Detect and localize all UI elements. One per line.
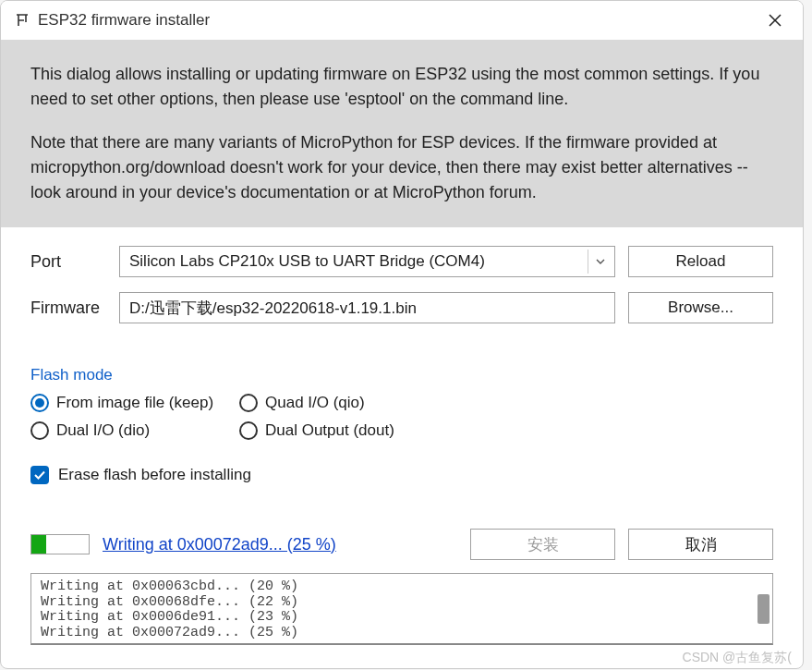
- form-area: Port Silicon Labs CP210x USB to UART Bri…: [1, 227, 803, 347]
- check-icon: [34, 470, 45, 480]
- browse-button[interactable]: Browse...: [628, 292, 773, 323]
- flash-mode-options: From image file (keep) Quad I/O (qio) Du…: [30, 394, 773, 440]
- port-label: Port: [30, 252, 106, 272]
- status-link[interactable]: Writing at 0x00072ad9... (25 %): [103, 535, 336, 554]
- flash-mode-legend: Flash mode: [30, 366, 773, 384]
- reload-button[interactable]: Reload: [628, 246, 773, 277]
- installer-window: ESP32 firmware installer This dialog all…: [0, 0, 804, 669]
- close-icon: [769, 14, 782, 27]
- log-line: Writing at 0x00072ad9... (25 %): [41, 625, 298, 640]
- radio-keep[interactable]: From image file (keep): [30, 394, 239, 412]
- radio-icon: [30, 421, 49, 440]
- cancel-button[interactable]: 取消: [628, 529, 773, 560]
- log-output[interactable]: Writing at 0x00063cbd... (20 %) Writing …: [30, 573, 773, 645]
- titlebar: ESP32 firmware installer: [1, 1, 803, 40]
- firmware-row: Firmware D:/迅雷下载/esp32-20220618-v1.19.1.…: [30, 292, 773, 323]
- log-line: Writing at 0x00068dfe... (22 %): [41, 594, 298, 610]
- firmware-label: Firmware: [30, 298, 106, 318]
- window-title: ESP32 firmware installer: [38, 11, 210, 30]
- action-row: Writing at 0x00072ad9... (25 %) 安装 取消: [30, 529, 773, 560]
- radio-icon: [239, 421, 258, 440]
- progress-fill: [31, 535, 46, 554]
- radio-qio[interactable]: Quad I/O (qio): [239, 394, 424, 412]
- radio-icon: [239, 394, 258, 412]
- install-button: 安装: [470, 529, 615, 560]
- progress-bar: [30, 534, 90, 554]
- port-value: Silicon Labs CP210x USB to UART Bridge (…: [129, 252, 485, 271]
- radio-dio[interactable]: Dual I/O (dio): [30, 421, 239, 440]
- port-select[interactable]: Silicon Labs CP210x USB to UART Bridge (…: [119, 246, 615, 277]
- log-line: Writing at 0x00063cbd... (20 %): [41, 579, 298, 594]
- close-button[interactable]: [760, 6, 790, 35]
- watermark: CSDN @古鱼复苏(: [683, 650, 792, 666]
- firmware-input[interactable]: D:/迅雷下载/esp32-20220618-v1.19.1.bin: [119, 292, 615, 323]
- intro-text-2: Note that there are many variants of Mic…: [30, 130, 773, 205]
- firmware-value: D:/迅雷下载/esp32-20220618-v1.19.1.bin: [129, 298, 417, 319]
- scrollbar-thumb[interactable]: [757, 594, 770, 624]
- erase-label: Erase flash before installing: [58, 466, 251, 484]
- port-row: Port Silicon Labs CP210x USB to UART Bri…: [30, 246, 773, 277]
- erase-checkbox[interactable]: [30, 466, 49, 484]
- erase-row[interactable]: Erase flash before installing: [30, 466, 773, 484]
- intro-panel: This dialog allows installing or updatin…: [1, 40, 803, 227]
- chevron-down-icon: [588, 250, 612, 274]
- radio-dout[interactable]: Dual Output (dout): [239, 421, 424, 440]
- app-icon: [14, 12, 30, 29]
- radio-icon: [30, 394, 49, 412]
- log-line: Writing at 0x0006de91... (23 %): [41, 609, 298, 625]
- intro-text-1: This dialog allows installing or updatin…: [30, 62, 773, 112]
- flash-mode-fieldset: Flash mode From image file (keep) Quad I…: [30, 359, 773, 440]
- thonny-icon: [15, 13, 30, 28]
